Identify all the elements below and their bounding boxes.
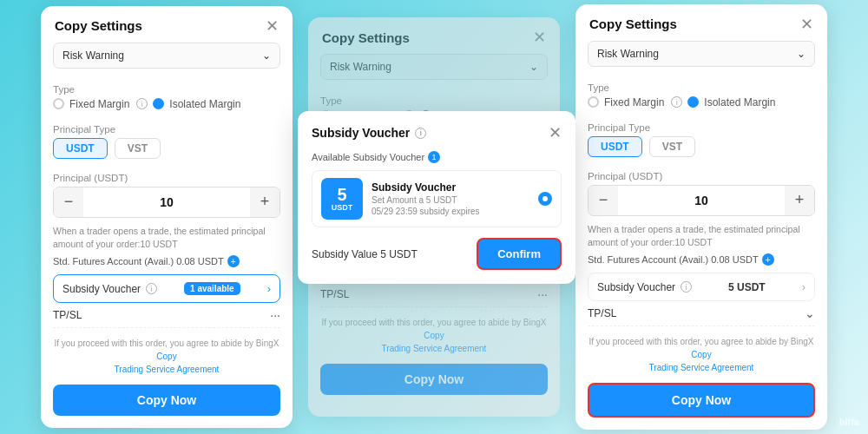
risk-warning-chevron-1: ⌄ <box>262 49 271 62</box>
risk-warning-label-3: Risk Warning <box>597 48 659 60</box>
fixed-margin-info-icon-3[interactable]: i <box>671 96 682 108</box>
panel-2-title: Copy Settings <box>322 30 410 45</box>
fixed-margin-label-1: Fixed Margin <box>69 98 129 110</box>
type-row-1: Fixed Margin i Isolated Margin <box>53 98 280 110</box>
avail-text-3: Std. Futures Account (Avail.) 0.08 USDT <box>588 254 759 265</box>
risk-warning-select-1[interactable]: Risk Warning ⌄ <box>53 43 280 69</box>
risk-warning-select-3[interactable]: Risk Warning ⌄ <box>588 41 815 67</box>
subsidy-chevron-3[interactable]: › <box>802 280 806 293</box>
panel-1-header: Copy Settings ✕ <box>41 6 293 43</box>
principal-label-1: Principal (USDT) <box>53 173 280 183</box>
modal-info-icon[interactable]: i <box>415 128 426 139</box>
tpsl-row-2: TP/SL ··· <box>320 287 548 307</box>
panel-2-close-button: ✕ <box>533 30 546 45</box>
risk-warning-label-2: Risk Warning <box>330 61 391 73</box>
principal-value-3: 10 <box>618 194 785 207</box>
isolated-margin-label-1: Isolated Margin <box>169 98 240 110</box>
tpsl-label-1: TP/SL <box>53 309 82 321</box>
principal-type-label-1: Principal Type <box>53 124 280 135</box>
isolated-margin-radio-1[interactable] <box>153 98 164 109</box>
voucher-expires: 05/29 23:59 subsidy expires <box>372 207 529 216</box>
tpsl-chevron-3: ⌄ <box>805 306 815 320</box>
subsidy-info-icon-1[interactable]: i <box>146 283 157 294</box>
panel-2-wrapper: Copy Settings ✕ Risk Warning ⌄ Type Fixe… <box>308 17 560 417</box>
isolated-margin-radio-3[interactable] <box>687 96 699 108</box>
avail-section-label: Available Subsidy Voucher 1 <box>312 151 562 163</box>
principal-note-1: When a trader opens a trade, the estimat… <box>53 225 280 250</box>
subsidy-row-1[interactable]: Subsidy Voucher i 1 available › <box>53 274 280 303</box>
agreement-copy-link-3[interactable]: Copy <box>691 350 711 359</box>
subsidy-badge-1: 1 available <box>184 282 240 295</box>
ptype-usdt-btn-3[interactable]: USDT <box>588 136 642 157</box>
subsidy-info-icon-3[interactable]: i <box>681 281 692 293</box>
principal-label-3: Principal (USDT) <box>588 171 815 181</box>
type-label-3: Type <box>588 82 815 93</box>
principal-note-3: When a trader opens a trade, the estimat… <box>588 223 815 248</box>
panel-3-close-button[interactable]: ✕ <box>800 16 813 32</box>
avail-add-icon-3[interactable]: + <box>762 253 774 266</box>
avail-row-1: Std. Futures Account (Avail.) 0.08 USDT … <box>53 255 280 267</box>
agreement-copy-link-1[interactable]: Copy <box>156 352 176 361</box>
copy-now-btn-2-bg: Copy Now <box>320 364 548 395</box>
subsidy-value-label: Subsidy Value 5 USDT <box>312 248 418 260</box>
voucher-radio-selected[interactable] <box>538 192 552 206</box>
modal-title: Subsidy Voucher i <box>312 126 426 140</box>
agreement-text-3: If you proceed with this order, you agre… <box>588 335 815 374</box>
modal-close-button[interactable]: ✕ <box>549 125 562 141</box>
agreement-text-2-bg: If you proceed with this order, you agre… <box>320 316 548 355</box>
type-label-2: Type <box>320 95 548 106</box>
ptype-usdt-btn-1[interactable]: USDT <box>53 138 108 159</box>
risk-warning-chevron-3: ⌄ <box>797 48 806 60</box>
risk-warning-select-2: Risk Warning ⌄ <box>320 54 548 80</box>
principal-plus-btn-1[interactable]: + <box>250 187 279 217</box>
fixed-margin-info-icon-1[interactable]: i <box>136 98 148 109</box>
avail-add-icon-1[interactable]: + <box>227 255 240 267</box>
tpsl-row-1[interactable]: TP/SL ··· <box>53 308 280 328</box>
isolated-margin-label-3: Isolated Margin <box>704 96 775 108</box>
avail-count-badge: 1 <box>428 151 440 163</box>
principal-minus-btn-1[interactable]: − <box>54 187 83 217</box>
subsidy-label-1: Subsidy Voucher i <box>62 283 157 295</box>
tpsl-row-3[interactable]: TP/SL ⌄ <box>588 306 815 326</box>
copy-now-btn-1[interactable]: Copy Now <box>53 385 280 416</box>
type-label-1: Type <box>53 84 280 95</box>
panel-3: Copy Settings ✕ Risk Warning ⌄ Type Fixe… <box>575 4 827 430</box>
voucher-badge-box: 5 USDT <box>321 178 363 220</box>
principal-row-3: − 10 + <box>588 185 815 216</box>
principal-row-1: − 10 + <box>53 187 280 218</box>
agreement-text-1: If you proceed with this order, you agre… <box>53 337 280 376</box>
principal-plus-btn-3[interactable]: + <box>785 186 814 215</box>
subsidy-value-3: 5 USDT <box>728 281 766 293</box>
panel-2-header: Copy Settings ✕ <box>308 17 560 54</box>
agreement-service-link-3[interactable]: Trading Service Agreement <box>649 363 754 372</box>
ptype-vst-btn-3[interactable]: VST <box>649 136 695 157</box>
tpsl-chevron-1: ··· <box>270 308 280 322</box>
subsidy-row-3[interactable]: Subsidy Voucher i 5 USDT › <box>588 273 815 301</box>
principal-value-1: 10 <box>83 195 250 209</box>
ptype-vst-btn-1[interactable]: VST <box>115 138 161 159</box>
tpsl-label-3: TP/SL <box>588 307 616 319</box>
voucher-amount: 5 <box>337 186 346 203</box>
panel-3-title: Copy Settings <box>589 16 677 31</box>
type-row-3: Fixed Margin i Isolated Margin <box>588 96 815 108</box>
risk-warning-label-1: Risk Warning <box>62 49 124 62</box>
panel-1: Copy Settings ✕ Risk Warning ⌄ Type Fixe… <box>41 6 293 428</box>
panel-3-header: Copy Settings ✕ <box>575 4 827 41</box>
principal-minus-btn-3[interactable]: − <box>589 186 618 215</box>
fixed-margin-label-3: Fixed Margin <box>604 96 664 108</box>
confirm-button[interactable]: Confirm <box>477 238 562 270</box>
principal-type-row-3: USDT VST <box>588 136 815 157</box>
voucher-card: 5 USDT Subsidy Voucher Set Amount a 5 US… <box>312 170 562 227</box>
agreement-service-link-1[interactable]: Trading Service Agreement <box>115 365 220 374</box>
copy-now-btn-3[interactable]: Copy Now <box>588 383 815 418</box>
fixed-margin-radio-1[interactable] <box>53 98 64 109</box>
avail-text-1: Std. Futures Account (Avail.) 0.08 USDT <box>53 256 224 266</box>
avail-row-3: Std. Futures Account (Avail.) 0.08 USDT … <box>588 253 815 266</box>
principal-type-label-3: Principal Type <box>588 122 815 133</box>
panel-1-close-button[interactable]: ✕ <box>266 18 279 34</box>
principal-type-row-1: USDT VST <box>53 138 280 159</box>
fixed-margin-radio-3[interactable] <box>588 96 599 108</box>
voucher-info: Subsidy Voucher Set Amount a 5 USDT 05/2… <box>372 181 529 216</box>
panel-1-title: Copy Settings <box>55 18 142 33</box>
subsidy-chevron-1[interactable]: › <box>267 282 271 295</box>
